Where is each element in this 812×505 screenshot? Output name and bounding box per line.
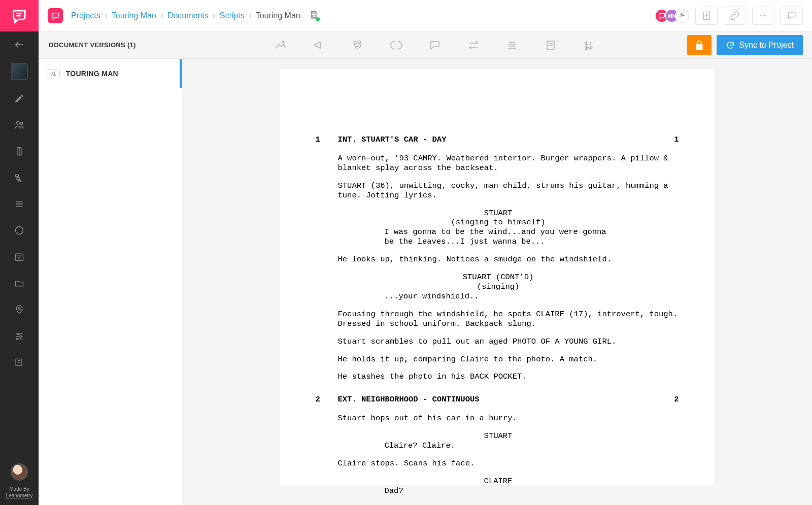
svg-point-32 [763,15,764,16]
svg-point-4 [20,122,23,125]
scene-number-left: 2 [316,395,338,405]
chevron-right-icon: › [160,10,163,21]
nav-shotlist[interactable] [0,217,39,244]
share-link-button[interactable] [724,7,746,25]
nav-contacts[interactable] [0,349,39,376]
dialogue-text: ...your windshield.. [385,292,613,301]
top-bar: Projects › Touring Man › Documents › Scr… [39,0,812,31]
comments-button[interactable] [781,7,803,25]
svg-point-35 [356,43,357,44]
document-viewport[interactable]: 1INT. STUART'S CAR - DAY1A worn-out, '93… [182,59,812,505]
action-block: He holds it up, comparing Claire to the … [338,355,679,364]
breadcrumb: Projects › Touring Man › Documents › Scr… [71,10,300,21]
svg-point-31 [760,15,762,16]
scene: 2EXT. NEIGHBORHOOD - CONTINUOUS2Stuart h… [316,395,679,505]
nav-back[interactable] [0,31,39,58]
nav-documents[interactable] [0,138,39,164]
tool-notes[interactable] [543,38,558,53]
action-block: He looks up, thinking. Notices a smudge … [338,255,679,264]
character-cue: STUART [399,209,598,218]
parenthetical: (singing) [399,282,598,292]
action-block: Stuart scrambles to pull out an aged PHO… [338,337,679,347]
svg-point-17 [17,333,19,334]
character-cue: CLAIRE [399,477,598,486]
scene-number-right: 1 [664,135,679,145]
app-logo[interactable] [0,0,39,31]
tool-text-align[interactable] [504,38,520,53]
svg-point-33 [765,15,767,16]
svg-point-26 [681,13,683,15]
svg-point-3 [17,122,20,125]
dialogue-block: CLAIREDad? [338,477,679,496]
svg-point-36 [359,43,360,44]
scene: 1INT. STUART'S CAR - DAY1A worn-out, '93… [316,135,679,382]
svg-rect-41 [547,41,554,49]
version-badge: v1 [47,69,60,78]
svg-point-15 [18,307,20,309]
scene-slug: EXT. NEIGHBORHOOD - CONTINUOUS [338,395,664,405]
tool-announce[interactable] [312,38,327,53]
breadcrumb-current: Touring Man [256,11,300,20]
svg-rect-7 [18,181,21,182]
dialogue-text: Claire? Claire. [385,441,613,451]
editor-toolbar: DOCUMENT VERSIONS (1) 12 Sync to Project [39,31,812,59]
svg-rect-5 [16,175,19,176]
nav-settings[interactable] [0,323,39,349]
nav-edit[interactable] [0,85,39,112]
left-nav-rail: Made By Leanometry [0,0,39,505]
project-icon[interactable] [48,8,63,23]
dialogue-block: STUART (CONT'D)(singing)...your windshie… [338,273,679,301]
presence-add-user[interactable] [675,9,689,23]
svg-rect-13 [16,254,23,260]
version-name: TOURING MAN [66,70,118,78]
chevron-right-icon: › [249,10,252,21]
action-block: He stashes the photo in his BACK POCKET. [338,372,679,382]
svg-text:2: 2 [585,46,588,51]
sync-to-project-button[interactable]: Sync to Project [717,35,803,55]
download-button[interactable] [695,7,718,25]
nav-reports[interactable] [0,191,39,217]
tool-dialogue[interactable] [427,38,443,53]
tool-character-mask[interactable] [350,38,365,53]
breadcrumb-link-projects[interactable]: Projects [71,11,100,20]
nav-people[interactable] [0,112,39,138]
svg-text:1: 1 [585,41,588,46]
tool-transition[interactable] [466,38,481,53]
more-button[interactable] [752,7,774,25]
svg-rect-6 [17,178,20,179]
nav-project-thumb[interactable] [0,58,39,85]
sync-button-label: Sync to Project [739,41,794,50]
breadcrumb-link-project[interactable]: Touring Man [112,11,156,20]
scene-heading: 2EXT. NEIGHBORHOOD - CONTINUOUS2 [316,395,679,405]
tool-scene-image[interactable] [273,38,288,53]
tool-parenthetical[interactable] [389,38,404,53]
lock-button[interactable] [687,35,712,55]
action-block: A worn-out, '93 CAMRY. Weathered interio… [338,154,679,173]
nav-calendar[interactable] [0,244,39,270]
versions-panel-title: DOCUMENT VERSIONS (1) [39,41,182,49]
tool-scene-numbers[interactable]: 12 [582,38,597,53]
svg-point-19 [20,335,21,337]
breadcrumb-link-documents[interactable]: Documents [167,11,209,20]
action-block: Claire stops. Scans his face. [338,459,679,468]
chevron-right-icon: › [105,10,108,21]
scene-number-left: 1 [316,135,338,145]
presence-stack: MN [659,9,689,23]
version-item[interactable]: v1 TOURING MAN [39,59,182,88]
chevron-right-icon: › [213,10,216,21]
svg-point-21 [16,338,18,340]
credit: Made By Leanometry [6,486,33,505]
scene-heading: 1INT. STUART'S CAR - DAY1 [316,135,679,145]
svg-rect-25 [313,15,316,17]
save-status-icon [310,10,319,21]
dialogue-block: STUART(singing to himself)I was gonna to… [338,209,679,247]
nav-locations[interactable] [0,296,39,323]
nav-files[interactable] [0,270,39,296]
svg-rect-24 [313,11,316,13]
action-block: Stuart hops out of his car in a hurry. [338,414,679,423]
nav-breakdown[interactable] [0,164,39,191]
user-avatar[interactable] [11,463,28,481]
scene-slug: INT. STUART'S CAR - DAY [338,135,664,145]
character-cue: STUART (CONT'D) [399,273,598,282]
breadcrumb-link-scripts[interactable]: Scripts [220,11,245,20]
